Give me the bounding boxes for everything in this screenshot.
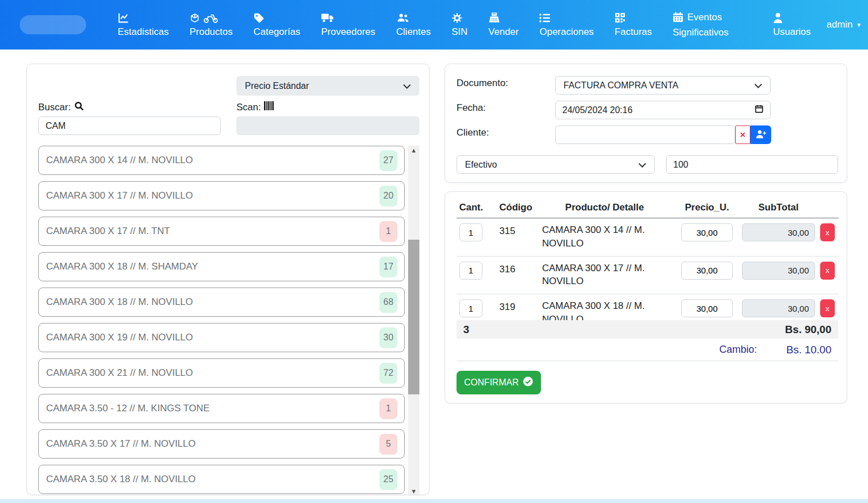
cash-register-icon [489, 12, 500, 24]
close-icon: × [740, 129, 746, 141]
nav-label: Categorías [253, 26, 300, 38]
product-list-item[interactable]: CAMARA 3.50 X 17 // M. NOVILLO 5 [38, 429, 405, 459]
product-name: CAMARA 300 X 19 // M. NOVILLO [46, 332, 379, 343]
date-input[interactable]: 24/05/2024 20:16 [555, 101, 771, 119]
product-name: CAMARA 300 X 17 // M. NOVILLO [46, 190, 379, 201]
stock-badge: 5 [379, 434, 397, 455]
stock-badge: 68 [379, 292, 397, 313]
product-list-item[interactable]: CAMARA 300 X 18 // M. SHAMDAY 17 [38, 252, 405, 281]
remove-row-button[interactable]: x [820, 299, 835, 317]
add-client-button[interactable] [750, 125, 771, 144]
price-list-select[interactable]: Precio Estándar [236, 76, 419, 96]
users-icon [396, 12, 409, 24]
stock-badge: 20 [379, 186, 397, 206]
product-search-panel: Precio Estándar Buscar: Scan: CAMARA 300… [26, 64, 429, 495]
stock-badge: 72 [379, 363, 397, 384]
product-list-item[interactable]: CAMARA 3.50 X 18 // M. NOVILLO 25 [38, 465, 405, 494]
caret-down-icon: ▾ [857, 21, 861, 29]
total-quantity: 3 [463, 324, 469, 336]
gear-icon [451, 12, 463, 24]
price-list-selected-value: Precio Estándar [245, 81, 309, 91]
date-value: 24/05/2024 20:16 [562, 105, 633, 115]
payment-method-select[interactable]: Efectivo [457, 155, 655, 174]
motorcycle-icon [203, 12, 218, 24]
product-code: 316 [488, 262, 532, 275]
nav-label: Facturas [615, 26, 652, 38]
nav-label: SIN [451, 26, 467, 38]
chart-line-icon [118, 12, 129, 24]
nav-label: Estadisticas [118, 26, 169, 38]
scan-input[interactable] [236, 116, 419, 135]
nav-item-sin[interactable]: SIN [451, 12, 467, 38]
amount-paid-input[interactable] [666, 155, 838, 174]
subtotal-value: 30,00 [742, 299, 815, 317]
user-menu-admin[interactable]: admin ▾ [826, 19, 860, 30]
product-detail: CAMARA 300 X 17 // M. NOVILLO [534, 262, 675, 289]
quantity-input[interactable] [459, 299, 482, 317]
subtotal-value: 30,00 [742, 223, 815, 241]
user-plus-icon [755, 129, 766, 141]
nav-label: Productos [190, 26, 233, 38]
nav-item-productos[interactable]: Productos [190, 12, 233, 38]
product-list-item[interactable]: CAMARA 3.50 - 12 // M. KINGS TONE 1 [38, 394, 405, 423]
stock-badge: 30 [379, 327, 397, 348]
nav-item-estadisticas[interactable]: Estadisticas [118, 12, 169, 38]
product-name: CAMARA 3.50 - 12 // M. KINGS TONE [46, 403, 379, 414]
chevron-down-icon [638, 160, 646, 170]
stock-badge: 27 [379, 150, 397, 171]
nav-item-eventos-significativos[interactable]: Eventos Significativos [673, 10, 728, 40]
nav-item-clientes[interactable]: Clientes [396, 12, 431, 38]
unit-price-input[interactable] [681, 299, 733, 317]
subtotal-value: 30,00 [742, 262, 815, 280]
confirm-button[interactable]: CONFIRMAR [457, 371, 541, 394]
cart-row: 316 CAMARA 300 X 17 // M. NOVILLO 30,00 … [457, 257, 839, 295]
product-code: 319 [488, 299, 532, 313]
product-name: CAMARA 300 X 17 // M. TNT [46, 226, 379, 237]
nav-item-categorias[interactable]: Categorías [253, 12, 300, 38]
nav-item-facturas[interactable]: Facturas [615, 12, 652, 38]
unit-price-input[interactable] [681, 262, 733, 280]
stock-badge: 25 [379, 469, 397, 490]
product-list-item[interactable]: CAMARA 300 X 14 // M. NOVILLO 27 [38, 146, 405, 175]
quantity-input[interactable] [459, 223, 482, 241]
truck-icon [321, 12, 334, 24]
product-list-item[interactable]: CAMARA 300 X 19 // M. NOVILLO 30 [38, 323, 405, 352]
scroll-down-arrow-icon[interactable]: ▼ [411, 487, 417, 495]
clear-client-button[interactable]: × [735, 125, 750, 144]
tag-icon [253, 12, 265, 24]
product-list-item[interactable]: CAMARA 300 X 18 // M. NOVILLO 68 [38, 288, 405, 317]
calendar-picker-icon [755, 105, 763, 115]
change-label: Cambio: [719, 344, 757, 356]
top-navbar: Estadisticas Productos Categorías [0, 0, 868, 50]
unit-price-input[interactable] [681, 223, 733, 241]
box-icon [190, 12, 200, 24]
scrollbar-thumb[interactable] [408, 240, 419, 394]
nav-item-operaciones[interactable]: Operaciones [539, 12, 593, 38]
nav-label: Operaciones [539, 26, 593, 38]
search-input[interactable] [38, 116, 221, 135]
product-name: CAMARA 300 X 14 // M. NOVILLO [46, 155, 379, 166]
stock-badge: 1 [379, 221, 397, 242]
scroll-up-arrow-icon[interactable]: ▲ [411, 146, 417, 155]
product-list-item[interactable]: CAMARA 300 X 17 // M. NOVILLO 20 [38, 181, 405, 210]
search-label: Buscar: [38, 101, 84, 114]
nav-item-vender[interactable]: Vender [489, 12, 519, 38]
cart-row: 315 CAMARA 300 X 14 // M. NOVILLO 30,00 … [457, 218, 839, 257]
product-list-item[interactable]: CAMARA 300 X 21 // M. NOVILLO 72 [38, 358, 405, 388]
cart-header-price: Precio_U. [677, 202, 737, 213]
product-list-scrollbar[interactable]: ▲ ▼ [408, 146, 419, 495]
quantity-input[interactable] [459, 262, 482, 280]
client-input[interactable] [555, 125, 735, 144]
logo-placeholder [20, 15, 86, 34]
total-amount: Bs. 90,00 [785, 324, 831, 336]
nav-item-proveedores[interactable]: Proveedores [321, 12, 375, 38]
stock-badge: 1 [379, 398, 397, 419]
nav-item-usuarios[interactable]: Usuarios [773, 12, 811, 38]
cart-header-code: Código [488, 202, 532, 213]
cart-header-row: Cant. Código Producto/ Detalle Precio_U.… [457, 202, 839, 218]
remove-row-button[interactable]: x [820, 223, 835, 241]
product-list-item[interactable]: CAMARA 300 X 17 // M. TNT 1 [38, 217, 405, 246]
remove-row-button[interactable]: x [820, 262, 835, 280]
document-type-select[interactable]: FACTURA COMPRA VENTA [555, 76, 771, 95]
bottom-edge-strip [0, 499, 868, 503]
